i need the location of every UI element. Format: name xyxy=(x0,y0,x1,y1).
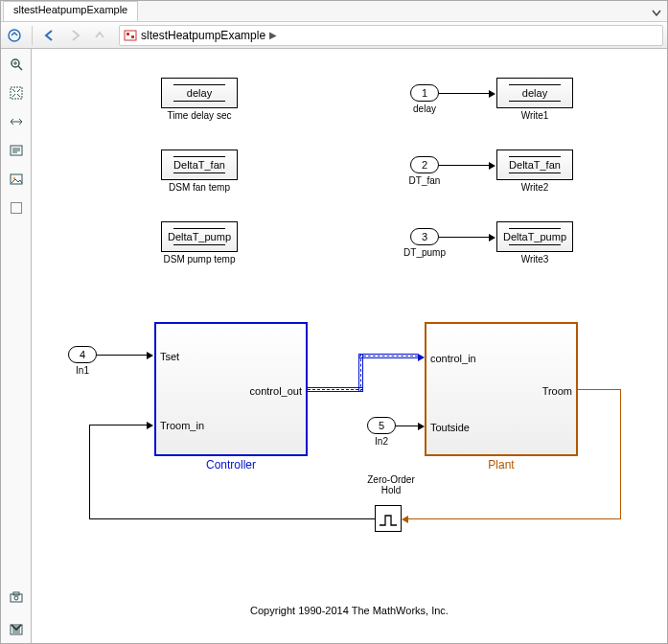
block-caption: DSM pump temp xyxy=(147,254,252,264)
block-text: DeltaT_pump xyxy=(168,229,231,244)
svg-rect-1 xyxy=(125,31,136,40)
nav-forward-button xyxy=(65,26,84,45)
nav-back-button[interactable] xyxy=(40,26,59,45)
inport-num: 1 xyxy=(422,87,427,99)
dsm-fan-block[interactable]: DeltaT_fan xyxy=(161,150,238,180)
annotation-tool-icon[interactable] xyxy=(7,141,26,160)
chevron-right-icon: ▶ xyxy=(269,30,277,40)
block-caption: Write2 xyxy=(496,182,573,193)
inport-label: delay xyxy=(403,104,446,114)
model-canvas[interactable]: delay Time delay sec DeltaT_fan DSM fan … xyxy=(32,49,667,643)
toolbar-sep xyxy=(32,26,33,45)
controller-subsystem[interactable]: Tset Troom_in control_out xyxy=(154,322,308,456)
subsystem-name: Plant xyxy=(425,458,578,472)
inport-4[interactable]: 4 xyxy=(68,346,97,363)
port-label: Troom xyxy=(542,385,572,397)
port-label: Tset xyxy=(160,351,179,362)
inport-num: 5 xyxy=(379,420,384,431)
inport-1[interactable]: 1 xyxy=(410,84,439,102)
nav-up-button xyxy=(90,26,109,45)
image-tool-icon[interactable] xyxy=(7,170,26,189)
svg-rect-3 xyxy=(131,35,134,38)
model-icon xyxy=(124,29,137,42)
expand-palette-button[interactable] xyxy=(7,618,26,637)
copyright-text: Copyright 1990-2014 The MathWorks, Inc. xyxy=(32,605,667,616)
zoom-tool-icon[interactable] xyxy=(7,55,26,74)
zero-order-hold-block[interactable] xyxy=(375,505,402,532)
model-tab[interactable]: sltestHeatpumpExample xyxy=(3,1,138,21)
write3-block[interactable]: DeltaT_pump xyxy=(496,221,573,252)
inport-num: 3 xyxy=(422,231,427,242)
port-label: Troom_in xyxy=(160,420,204,431)
block-text: delay xyxy=(187,85,212,101)
fit-to-view-icon[interactable] xyxy=(7,83,26,103)
inport-label: DT_pump xyxy=(403,247,446,258)
screenshot-tool-icon[interactable] xyxy=(7,587,26,607)
svg-rect-5 xyxy=(11,87,22,99)
inport-2[interactable]: 2 xyxy=(410,156,439,173)
write1-block[interactable]: delay xyxy=(496,78,573,108)
inport-label: In2 xyxy=(360,436,403,447)
breadcrumb-model: sltestHeatpumpExample xyxy=(141,29,265,42)
up-to-parent-button[interactable] xyxy=(5,26,24,45)
block-text: DeltaT_pump xyxy=(503,229,566,244)
block-caption: Write3 xyxy=(496,254,573,264)
inport-num: 4 xyxy=(80,349,85,360)
tab-label: sltestHeatpumpExample xyxy=(13,4,127,15)
port-label: control_out xyxy=(250,385,302,397)
svg-point-11 xyxy=(14,596,18,600)
block-text: DeltaT_fan xyxy=(509,157,561,172)
plant-subsystem[interactable]: control_in Toutside Troom xyxy=(425,322,578,456)
zoh-label: Zero-Order Hold xyxy=(348,474,434,495)
port-label: Toutside xyxy=(430,422,470,433)
svg-point-0 xyxy=(9,30,20,41)
breadcrumb[interactable]: sltestHeatpumpExample ▶ xyxy=(119,25,663,46)
write2-block[interactable]: DeltaT_fan xyxy=(496,150,573,180)
viewmark-tool-icon[interactable] xyxy=(7,198,26,218)
inport-label: DT_fan xyxy=(403,175,446,186)
block-text: delay xyxy=(522,85,547,101)
block-text: DeltaT_fan xyxy=(173,157,225,172)
inport-5[interactable]: 5 xyxy=(367,417,396,434)
dsm-delay-block[interactable]: delay xyxy=(161,78,238,108)
inport-num: 2 xyxy=(422,159,427,171)
inport-label: In1 xyxy=(61,365,104,376)
block-caption: Write1 xyxy=(496,110,573,121)
toolbar-menu-button[interactable] xyxy=(652,8,661,21)
toggle-perspective-icon[interactable] xyxy=(7,112,26,131)
dsm-pump-block[interactable]: DeltaT_pump xyxy=(161,221,238,252)
inport-3[interactable]: 3 xyxy=(410,228,439,245)
port-label: control_in xyxy=(430,353,476,364)
block-caption: DSM fan temp xyxy=(147,182,252,193)
svg-rect-2 xyxy=(127,33,129,35)
subsystem-name: Controller xyxy=(154,458,308,472)
block-caption: Time delay sec xyxy=(147,110,252,121)
